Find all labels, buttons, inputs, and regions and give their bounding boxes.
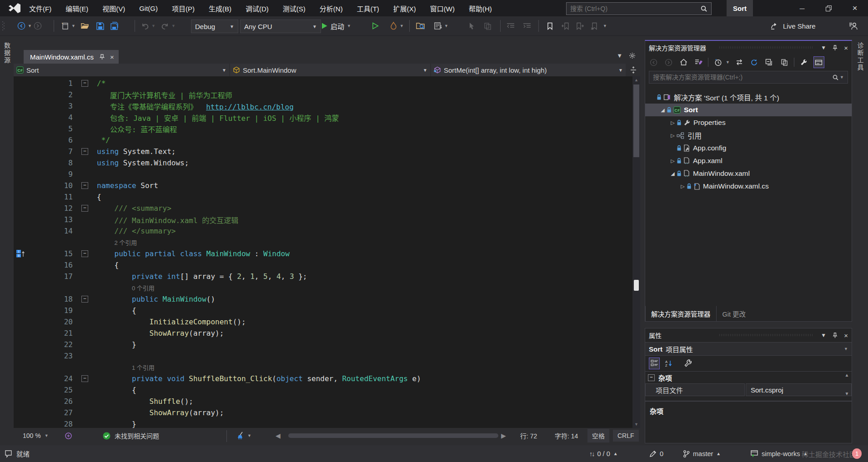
se-filter-dropdown[interactable]: ▼ [726, 60, 730, 65]
panel-tab-0[interactable]: 解决方案资源管理器 [645, 306, 717, 322]
code-line[interactable]: 17 private int[] array = { 2, 1, 5, 4, 3… [14, 271, 632, 282]
search-icon[interactable] [697, 5, 711, 12]
se-collapse-all-icon[interactable] [764, 56, 775, 68]
pending-edits-status[interactable]: 0 [649, 445, 663, 462]
menu-item-7[interactable]: 测试(S) [283, 4, 306, 13]
line-indicator[interactable]: 行: 72 [520, 428, 537, 443]
fold-margin[interactable]: − [73, 80, 97, 87]
solution-explorer-header[interactable]: 解决方案资源管理器 ▼ × [645, 41, 852, 55]
toggle-bookmark-icon[interactable] [544, 19, 556, 33]
type-dropdown[interactable]: Sort.MainWindow▼ [230, 64, 430, 76]
code-line[interactable]: 23 [14, 350, 632, 362]
spaces-indicator[interactable]: 空格 [587, 428, 609, 443]
code-line[interactable]: 6 */ [14, 134, 632, 146]
collapse-icon[interactable]: ◢ [669, 171, 677, 177]
split-window-icon[interactable] [627, 64, 640, 76]
diagnostic-tools-vertical-tab[interactable]: 诊断工具 [856, 42, 865, 71]
intellicode-icon[interactable] [65, 428, 72, 443]
menu-item-12[interactable]: 帮助(H) [469, 4, 492, 13]
property-grid-scrollbar[interactable]: ▲ ▼ [843, 373, 851, 397]
start-dropdown[interactable]: ▼ [347, 24, 351, 28]
properties-pin-icon[interactable] [833, 333, 838, 338]
navigate-forward-icon[interactable] [32, 19, 44, 33]
tree-item--sort-1-1-[interactable]: 解决方案 'Sort' (1 个项目, 共 1 个) [645, 91, 852, 104]
codelens-references[interactable]: 0 个引用 [132, 283, 155, 292]
scroll-down-icon[interactable]: ▼ [632, 421, 640, 428]
se-pending-changes-filter-icon[interactable] [712, 56, 723, 68]
pin-tab-icon[interactable] [99, 54, 105, 60]
code-line[interactable]: 11{ [14, 191, 632, 203]
panel-tab-1[interactable]: Git 更改 [717, 306, 752, 322]
notification-badge[interactable]: 1 [852, 448, 862, 459]
fold-collapse-icon[interactable]: − [81, 205, 88, 212]
alphabetical-view-icon[interactable]: AZ [663, 358, 674, 369]
navigate-back-icon[interactable] [15, 19, 27, 33]
se-sync-with-active-document-icon[interactable] [734, 56, 745, 68]
git-sync-status[interactable]: ↑↓ 0 / 0 ▲ [589, 445, 618, 462]
code-line[interactable]: 28 } [14, 418, 632, 428]
line-ending-indicator[interactable]: CRLF [613, 428, 639, 443]
property-category-row[interactable]: − 杂项 [645, 372, 852, 383]
code-line[interactable]: 20 InitializeComponent(); [14, 316, 632, 328]
property-pages-wrench-icon[interactable] [682, 358, 693, 369]
code-line[interactable]: 19 { [14, 305, 632, 316]
fold-collapse-icon[interactable]: − [81, 148, 88, 155]
selection-margin-icon[interactable]: IO [16, 250, 25, 258]
data-sources-vertical-tab[interactable]: 数据源 [2, 42, 11, 64]
new-project-dropdown[interactable]: ▼ [71, 24, 75, 28]
code-line[interactable]: 8using System.Windows; [14, 157, 632, 169]
feedback-account-icon[interactable] [848, 16, 858, 35]
fold-collapse-icon[interactable]: − [81, 250, 88, 257]
menu-item-8[interactable]: 分析(N) [320, 4, 343, 13]
codelens-row[interactable]: 2 个引用 [14, 237, 632, 248]
hscroll-left-icon[interactable]: ◀ [276, 428, 281, 443]
start-without-debugging-icon[interactable] [369, 19, 381, 33]
tree-item-mainwindow.xaml.cs[interactable]: ▷MainWindow.xaml.cs [645, 180, 852, 193]
quick-search-input[interactable] [567, 5, 697, 12]
tree-item-app.config[interactable]: App.config [645, 142, 852, 154]
code-editor[interactable]: 1−/*2 厦门大学计算机专业 | 前华为工程师3 专注《零基础学编程系列》 h… [14, 76, 632, 428]
expand-icon[interactable]: ▷ [669, 158, 677, 164]
properties-object-combo[interactable]: Sort 项目属性 ▼ [645, 342, 852, 356]
code-line[interactable]: 7−using System.Text; [14, 146, 632, 157]
hot-reload-dropdown[interactable]: ▼ [400, 24, 404, 28]
tree-item-sort[interactable]: ◢C#Sort [645, 104, 852, 116]
code-line[interactable]: 12− /// <summary> [14, 203, 632, 214]
horizontal-scrollbar-thumb[interactable] [288, 433, 498, 438]
document-tab[interactable]: MainWindow.xaml.cs × [24, 50, 119, 64]
properties-dropdown-icon[interactable]: ▼ [821, 332, 826, 338]
menu-item-0[interactable]: 文件(F) [29, 4, 51, 13]
menu-item-3[interactable]: Git(G) [139, 5, 158, 12]
code-line[interactable]: 13 /// MainWindow.xaml 的交互逻辑 [14, 214, 632, 225]
code-line[interactable]: 22 } [14, 339, 632, 350]
code-line[interactable]: 4 包含: Java | 安卓 | 前端 | Flutter | iOS | 小… [14, 112, 632, 123]
start-debugging-button[interactable]: 启动 ▼ [321, 20, 351, 32]
code-line[interactable]: IO15− public partial class MainWindow : … [14, 248, 632, 259]
editor-vertical-scrollbar[interactable]: ▲ ▼ [632, 76, 640, 428]
scroll-documents-dropdown[interactable]: ▼ [444, 24, 448, 28]
codelens-references[interactable]: 1 个引用 [132, 363, 155, 372]
fold-margin[interactable]: − [73, 148, 97, 155]
code-line[interactable]: 18− public MainWindow() [14, 293, 632, 305]
menu-item-9[interactable]: 工具(T) [357, 4, 379, 13]
code-line[interactable]: 26 Shuffle(); [14, 396, 632, 407]
scroll-up-icon[interactable]: ▲ [632, 76, 640, 84]
code-line[interactable]: 9 [14, 169, 632, 180]
se-switch-views-icon[interactable] [693, 56, 704, 68]
column-indicator[interactable]: 字符: 14 [555, 428, 578, 443]
properties-close-icon[interactable]: × [844, 332, 848, 339]
codelens-references[interactable]: 2 个引用 [115, 238, 137, 247]
find-in-files-icon[interactable] [415, 19, 426, 33]
solution-search-icon[interactable]: ▼ [829, 75, 848, 80]
grid-scroll-down-icon[interactable]: ▼ [843, 391, 851, 396]
menu-item-11[interactable]: 窗口(W) [430, 4, 455, 13]
scrollbar-thumb[interactable] [633, 84, 639, 157]
se-preview-selected-items-icon[interactable] [813, 56, 824, 68]
solution-platforms-combo[interactable]: Any CPU▼ [240, 20, 321, 33]
menu-item-2[interactable]: 视图(V) [102, 4, 125, 13]
properties-header[interactable]: 属性 ▼ × [645, 328, 852, 342]
collapse-icon[interactable]: ◢ [659, 107, 667, 113]
close-button[interactable]: × [842, 0, 868, 16]
tree-item-app.xaml[interactable]: ▷‹›App.xaml [645, 154, 852, 167]
zoom-combo[interactable]: 100 %▼ [23, 428, 49, 443]
